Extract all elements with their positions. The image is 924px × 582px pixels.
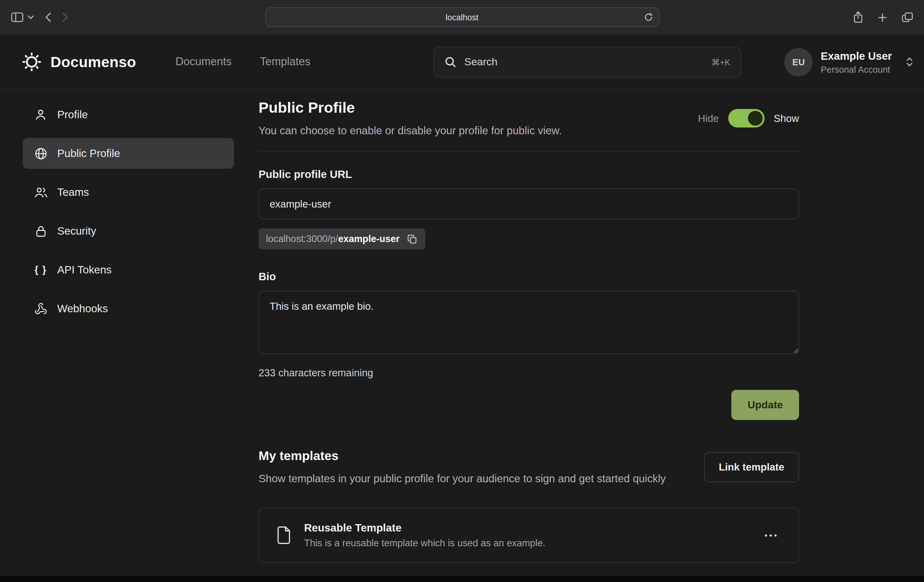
show-label: Show (774, 112, 799, 124)
settings-sidebar: Profile Public Profile Teams Security (23, 99, 234, 332)
file-icon (276, 526, 292, 545)
template-card[interactable]: Reusable Template This is a reusable tem… (259, 508, 799, 563)
main-content: Public Profile You can choose to enable … (259, 99, 799, 563)
copy-url-button[interactable] (406, 233, 418, 245)
user-icon (33, 108, 48, 121)
sidebar-item-public-profile[interactable]: Public Profile (23, 138, 234, 169)
globe-icon (33, 147, 48, 160)
page-body: Profile Public Profile Teams Security (0, 90, 924, 563)
visibility-control: Hide Show (698, 109, 799, 127)
url-slug: example-user (338, 233, 399, 245)
main-nav: Documents Templates (175, 55, 310, 68)
chevrons-up-down-icon (905, 55, 914, 68)
global-search[interactable]: ⌘+K (433, 46, 741, 77)
link-template-button[interactable]: Link template (704, 452, 799, 482)
brand-name: Documenso (51, 53, 136, 71)
user-name: Example User (820, 50, 892, 63)
url-prefix: localhost:3000/p/ (266, 233, 338, 245)
nav-templates[interactable]: Templates (260, 55, 310, 68)
toggle-knob (747, 111, 762, 126)
template-menu-button[interactable] (760, 529, 782, 542)
profile-visibility-toggle[interactable] (728, 109, 764, 127)
bio-field-label: Bio (259, 270, 799, 283)
template-description: This is a reusable template which is use… (304, 538, 545, 549)
bio-textarea[interactable]: This is an example bio. (259, 291, 799, 354)
new-tab-icon[interactable] (878, 13, 887, 22)
page-subtitle: You can choose to enable or disable your… (259, 124, 562, 137)
sidebar-item-label: Teams (57, 186, 89, 198)
back-icon[interactable] (45, 12, 51, 22)
app-window: localhost Documenso Documents (0, 0, 924, 582)
browser-chrome: localhost (0, 0, 924, 35)
sidebar-item-label: Public Profile (57, 147, 120, 160)
sidebar-item-label: Security (57, 225, 96, 237)
update-button[interactable]: Update (732, 390, 799, 420)
nav-documents[interactable]: Documents (175, 55, 231, 68)
characters-remaining: 233 characters remaining (259, 367, 799, 379)
chevron-down-icon[interactable] (28, 15, 34, 19)
sidebar-item-api-tokens[interactable]: { } API Tokens (23, 255, 234, 285)
profile-url-preview: localhost:3000/p/example-user (259, 228, 426, 250)
search-icon (444, 56, 456, 68)
sidebar-toggle-icon[interactable] (11, 12, 23, 22)
sidebar-item-security[interactable]: Security (23, 215, 234, 246)
ellipsis-icon (764, 534, 777, 537)
my-templates-title: My templates (259, 448, 666, 463)
reload-icon[interactable] (644, 13, 653, 22)
avatar: EU (784, 48, 813, 76)
sidebar-item-webhooks[interactable]: Webhooks (23, 293, 234, 324)
sidebar-item-profile[interactable]: Profile (23, 99, 234, 130)
app-header: Documenso Documents Templates ⌘+K EU Exa… (0, 35, 924, 90)
webhook-icon (33, 302, 48, 315)
share-icon[interactable] (853, 11, 863, 23)
public-profile-url-input[interactable] (259, 188, 799, 219)
sidebar-item-label: Profile (57, 108, 88, 121)
sidebar-item-label: Webhooks (57, 302, 108, 315)
user-account-type: Personal Account (820, 64, 892, 74)
forward-icon[interactable] (62, 12, 68, 22)
my-templates-description: Show templates in your public profile fo… (259, 471, 666, 487)
sidebar-item-label: API Tokens (57, 263, 111, 276)
hide-label: Hide (698, 112, 719, 124)
documenso-logo-icon (21, 52, 42, 72)
sidebar-item-teams[interactable]: Teams (23, 177, 234, 208)
page-title: Public Profile (259, 99, 562, 116)
section-divider (259, 151, 799, 152)
template-name: Reusable Template (304, 522, 545, 535)
search-input[interactable] (464, 56, 703, 68)
lock-icon (33, 225, 48, 237)
url-field-label: Public profile URL (259, 168, 799, 181)
braces-icon: { } (33, 264, 48, 275)
url-text: localhost (446, 13, 478, 22)
user-menu[interactable]: EU Example User Personal Account (784, 48, 914, 76)
window-bottom-edge (0, 576, 924, 582)
brand-logo-link[interactable]: Documenso (21, 52, 136, 72)
address-bar[interactable]: localhost (265, 7, 659, 27)
tab-overview-icon[interactable] (902, 12, 913, 22)
copy-icon (408, 234, 417, 243)
users-icon (33, 186, 48, 198)
search-shortcut: ⌘+K (712, 57, 730, 67)
